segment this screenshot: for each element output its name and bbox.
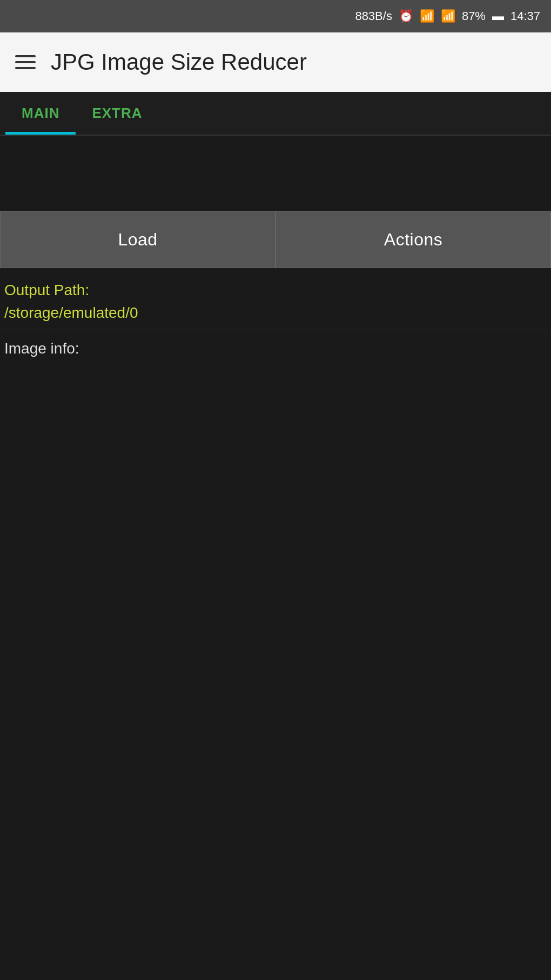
tab-bar: MAIN EXTRA bbox=[0, 92, 551, 136]
hamburger-line-3 bbox=[15, 67, 36, 69]
status-bar: 883B/s ⏰ 📶 📶 87% ▬ 14:37 bbox=[0, 0, 551, 32]
buttons-row: Load Actions bbox=[0, 211, 551, 268]
status-bar-content: 883B/s ⏰ 📶 📶 87% ▬ 14:37 bbox=[355, 9, 540, 23]
output-path-value: /storage/emulated/0 bbox=[4, 302, 547, 324]
output-path-section: Output Path: /storage/emulated/0 bbox=[0, 268, 551, 330]
output-path-label: Output Path: bbox=[4, 279, 547, 302]
alarm-icon: ⏰ bbox=[399, 9, 413, 23]
hamburger-line-1 bbox=[15, 55, 36, 57]
battery-icon: ▬ bbox=[492, 9, 504, 23]
load-button[interactable]: Load bbox=[0, 211, 276, 268]
app-bar: JPG Image Size Reducer bbox=[0, 32, 551, 92]
tab-main[interactable]: MAIN bbox=[5, 92, 76, 135]
time: 14:37 bbox=[510, 9, 540, 23]
image-info-section: Image info: bbox=[0, 330, 551, 367]
battery-percent: 87% bbox=[462, 9, 486, 23]
main-content-area bbox=[0, 367, 551, 971]
image-preview-area bbox=[0, 136, 551, 211]
signal-icon: 📶 bbox=[420, 9, 434, 23]
network-speed: 883B/s bbox=[355, 9, 392, 23]
image-info-label: Image info: bbox=[4, 340, 79, 357]
tab-indicator-line bbox=[0, 135, 551, 136]
menu-button[interactable] bbox=[15, 55, 36, 69]
hamburger-line-2 bbox=[15, 61, 36, 63]
tabs-container: MAIN EXTRA bbox=[0, 92, 551, 135]
tab-extra[interactable]: EXTRA bbox=[76, 92, 158, 135]
actions-button[interactable]: Actions bbox=[276, 211, 551, 268]
app-title: JPG Image Size Reducer bbox=[51, 49, 307, 75]
signal-icon-2: 📶 bbox=[441, 9, 455, 23]
